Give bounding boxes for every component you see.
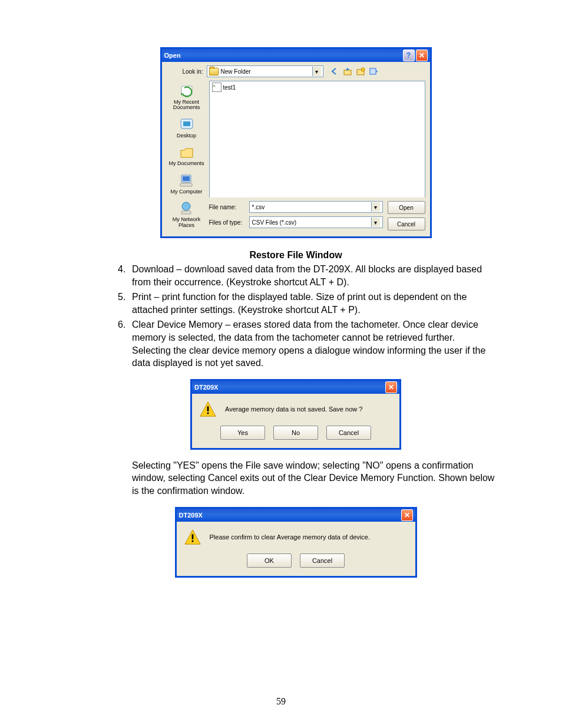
svg-rect-3 — [370, 68, 376, 74]
dialog-title: DT209X — [179, 512, 401, 519]
svg-rect-0 — [344, 70, 351, 75]
svg-point-10 — [182, 202, 190, 210]
cancel-button[interactable]: Cancel — [300, 554, 345, 568]
place-mydocs[interactable]: My Documents — [168, 144, 204, 166]
page-number: 59 — [0, 696, 562, 707]
place-network[interactable]: My Network Places — [173, 200, 201, 228]
open-file-dialog: Open ? ✕ Look in: New Folder ▾ — [160, 47, 432, 238]
back-icon[interactable] — [329, 66, 340, 77]
places-bar: My Recent Documents Desktop My Documents — [167, 81, 207, 230]
svg-point-2 — [361, 68, 365, 71]
place-mycomp[interactable]: My Computer — [170, 173, 202, 195]
file-name-input[interactable]: *.csv ▾ — [249, 201, 383, 213]
close-button[interactable]: ✕ — [401, 509, 413, 521]
dialog-message: Please confirm to clear Average memory d… — [210, 533, 371, 541]
dialog-title: DT209X — [194, 384, 385, 391]
look-in-value: New Folder — [221, 68, 251, 75]
cancel-button[interactable]: Cancel — [388, 218, 425, 230]
svg-rect-13 — [207, 412, 209, 414]
place-desktop[interactable]: Desktop — [177, 117, 196, 139]
numbered-list: 4.Download – download saved data from th… — [94, 263, 497, 370]
look-in-combo[interactable]: New Folder ▾ — [207, 65, 323, 77]
figure-caption: Restore File Window — [94, 250, 497, 261]
csv-file-icon — [212, 83, 222, 92]
dialog-message: Average memory data is not saved. Save n… — [225, 406, 362, 413]
no-button[interactable]: No — [273, 426, 318, 440]
open-dialog-titlebar: Open ? ✕ — [162, 49, 430, 62]
look-in-label: Look in: — [167, 68, 203, 75]
warning-icon — [184, 529, 201, 545]
help-button[interactable]: ? — [403, 50, 415, 61]
file-item[interactable]: test1 — [212, 83, 422, 92]
svg-rect-6 — [183, 121, 190, 126]
file-type-combo[interactable]: CSV Files (*.csv) ▾ — [249, 216, 383, 228]
file-type-label: Files of type: — [209, 219, 246, 226]
svg-rect-8 — [183, 176, 190, 181]
open-button[interactable]: Open — [388, 201, 425, 214]
svg-rect-14 — [191, 534, 193, 539]
cancel-button[interactable]: Cancel — [326, 426, 371, 440]
ok-button[interactable]: OK — [247, 554, 292, 568]
dialog-titlebar: DT209X ✕ — [192, 381, 399, 394]
body-paragraph: Selecting "YES" opens the File save wind… — [94, 459, 497, 498]
svg-rect-12 — [207, 406, 209, 411]
up-one-level-icon[interactable] — [342, 66, 353, 77]
place-recent[interactable]: My Recent Documents — [173, 83, 200, 111]
file-list-pane[interactable]: test1 — [209, 81, 425, 197]
dropdown-icon[interactable]: ▾ — [371, 218, 380, 227]
folder-icon — [209, 68, 219, 75]
confirm-clear-dialog: DT209X ✕ Please confirm to clear Average… — [175, 507, 417, 578]
dropdown-icon[interactable]: ▾ — [312, 67, 321, 76]
file-name-label: File name: — [209, 204, 246, 210]
close-button[interactable]: ✕ — [385, 381, 397, 393]
save-prompt-dialog: DT209X ✕ Average memory data is not save… — [190, 379, 401, 450]
svg-rect-9 — [180, 183, 192, 186]
svg-rect-15 — [191, 540, 193, 542]
dialog-titlebar: DT209X ✕ — [177, 509, 415, 522]
new-folder-icon[interactable] — [355, 66, 366, 77]
views-icon[interactable] — [368, 66, 379, 77]
svg-rect-11 — [181, 211, 191, 214]
open-dialog-title: Open — [164, 52, 403, 59]
dropdown-icon[interactable]: ▾ — [371, 202, 380, 212]
yes-button[interactable]: Yes — [220, 426, 265, 440]
warning-icon — [199, 401, 217, 417]
close-button[interactable]: ✕ — [416, 50, 428, 61]
